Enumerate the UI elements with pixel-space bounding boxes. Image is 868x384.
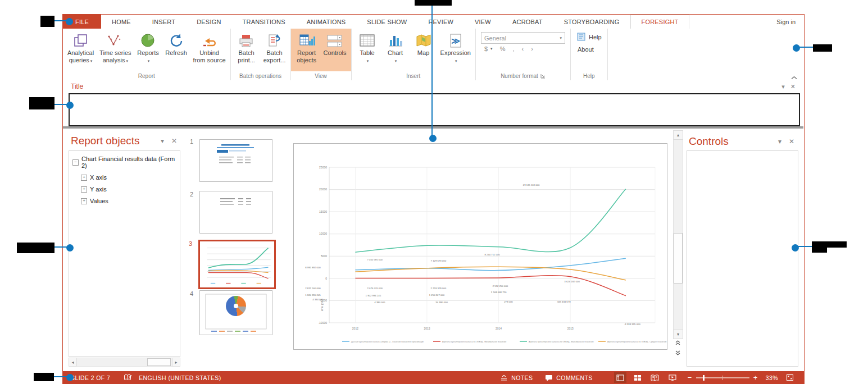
svg-text:2 592 250 000: 2 592 250 000 xyxy=(493,285,508,287)
ribbon-button-unbind-from-source[interactable]: Unbindfrom source xyxy=(190,30,229,64)
tree-node-root[interactable]: −Chart Financial results data (Form 2) xyxy=(72,156,176,169)
ribbon-button-refresh[interactable]: Refresh xyxy=(162,30,190,57)
svg-text:2 812 500 000: 2 812 500 000 xyxy=(305,287,321,290)
decrease-decimal-button[interactable]: ‹ xyxy=(521,45,524,52)
title-pane-close-icon[interactable]: ✕ xyxy=(790,83,796,90)
slide-number-indicator[interactable]: SLIDE 2 OF 7 xyxy=(71,374,110,381)
ribbon-group-number-format: General▾$▾%,‹›Number format xyxy=(476,29,571,80)
expand-node-icon[interactable]: + xyxy=(81,198,87,204)
zoom-slider-thumb[interactable] xyxy=(703,375,705,381)
tab-foresight[interactable]: FORESIGHT xyxy=(630,15,690,29)
ribbon-button-expression[interactable]: ≫Expression▾ xyxy=(438,30,474,64)
time-series-icon xyxy=(106,32,124,49)
vscroll-up-button[interactable]: ▴ xyxy=(673,130,683,140)
app-window: FILEHOMEINSERTDESIGNTRANSITIONSANIMATION… xyxy=(0,0,868,384)
number-format-combobox[interactable]: General▾ xyxy=(481,32,565,44)
title-text-box[interactable] xyxy=(69,93,800,126)
tree-node-label: X axis xyxy=(90,174,107,181)
slide-canvas[interactable]: 2500020000150001000050000-5000-100002012… xyxy=(293,143,667,350)
svg-text:29 135 118 000: 29 135 118 000 xyxy=(523,184,540,186)
ribbon-button-report-objects[interactable]: Reportobjects xyxy=(293,30,321,64)
ribbon-button-table[interactable]: Table▾ xyxy=(353,30,381,64)
ribbon-button-time-series-analysis[interactable]: Time seriesanalysis▾ xyxy=(97,30,134,64)
tab-design[interactable]: DESIGN xyxy=(186,15,231,29)
tab-animations[interactable]: ANIMATIONS xyxy=(296,15,357,29)
comma-format-button[interactable]: , xyxy=(512,45,514,52)
normal-view-button[interactable] xyxy=(614,372,626,383)
tree-node-y-axis[interactable]: +Y axis xyxy=(81,186,176,193)
title-pane-menu-icon[interactable]: ▾ xyxy=(781,83,785,90)
tab-slide-show[interactable]: SLIDE SHOW xyxy=(356,15,417,29)
controls-pane-menu-icon[interactable]: ▾ xyxy=(778,138,781,145)
svg-text:1 508 668 720: 1 508 668 720 xyxy=(491,291,507,294)
help-button[interactable]: Help xyxy=(576,32,602,42)
notes-button[interactable]: NOTES xyxy=(500,374,533,381)
fit-slide-to-window-button[interactable] xyxy=(786,374,794,381)
language-indicator[interactable]: ENGLISH (UNITED STATES) xyxy=(139,374,221,381)
slide-thumbnail-3[interactable] xyxy=(198,240,276,289)
ribbon-button-controls[interactable]: Controls xyxy=(321,30,349,57)
zoom-in-button[interactable]: + xyxy=(753,373,758,382)
sign-in-link[interactable]: Sign in xyxy=(776,15,803,29)
slide-thumbnail-4[interactable] xyxy=(199,290,272,335)
tab-acrobat[interactable]: ACROBAT xyxy=(502,15,553,29)
double-chevron-up-icon xyxy=(675,340,680,345)
vscroll-thumb[interactable] xyxy=(674,233,683,284)
svg-text:20000: 20000 xyxy=(319,188,327,191)
hscroll-right-button[interactable]: ▸ xyxy=(172,358,180,367)
dialog-launcher-icon[interactable] xyxy=(540,74,546,79)
collapse-ribbon-button[interactable] xyxy=(791,72,797,82)
tab-home[interactable]: HOME xyxy=(101,15,142,29)
hscroll-thumb[interactable] xyxy=(147,358,171,366)
ribbon: Analyticalqueries▾Time seriesanalysis▾Re… xyxy=(63,29,803,81)
group-label-view: View xyxy=(291,71,351,80)
previous-slide-button[interactable] xyxy=(673,339,682,346)
report-objects-close-icon[interactable]: ✕ xyxy=(171,137,177,145)
tab-insert[interactable]: INSERT xyxy=(142,15,186,29)
tree-node-values[interactable]: +Values xyxy=(81,198,176,204)
vscroll-down-button[interactable]: ▾ xyxy=(673,330,683,339)
expand-node-icon[interactable]: + xyxy=(81,175,87,181)
zoom-slider[interactable] xyxy=(696,377,749,378)
percent-format-button[interactable]: % xyxy=(500,45,506,52)
reading-view-button[interactable] xyxy=(649,372,661,383)
hscroll-left-button[interactable]: ◂ xyxy=(69,358,77,367)
increase-decimal-button[interactable]: › xyxy=(531,45,533,52)
spell-check-button[interactable] xyxy=(124,374,132,381)
controls-pane-close-icon[interactable]: ✕ xyxy=(789,138,794,145)
tab-view[interactable]: VIEW xyxy=(464,15,502,29)
comments-button[interactable]: COMMENTS xyxy=(545,374,592,381)
ribbon-button-reports[interactable]: Reports▾ xyxy=(134,30,162,64)
tree-node-x-axis[interactable]: +X axis xyxy=(81,174,176,181)
about-button[interactable]: About xyxy=(576,46,594,53)
slide-thumbnail-number: 1 xyxy=(190,138,193,145)
callout-line xyxy=(798,47,813,48)
fit-to-window-icon xyxy=(786,374,794,381)
svg-text:Агрегаты бухгалтерского баланс: Агрегаты бухгалтерского баланса по ОКВЭД… xyxy=(529,341,594,343)
title-pane-label: Title xyxy=(71,83,83,90)
chevron-up-icon xyxy=(791,76,797,80)
tab-storyboarding[interactable]: STORYBOARDING xyxy=(553,15,630,29)
zoom-percentage[interactable]: 33% xyxy=(766,374,778,381)
collapse-node-icon[interactable]: − xyxy=(72,159,79,166)
report-objects-menu-icon[interactable]: ▾ xyxy=(161,137,164,145)
next-slide-button[interactable] xyxy=(673,349,682,356)
svg-text:4 380 000: 4 380 000 xyxy=(374,301,385,304)
ribbon-button-analytical-queries[interactable]: Analyticalqueries▾ xyxy=(65,30,97,64)
slide-thumbnail-1[interactable] xyxy=(199,139,272,182)
expand-node-icon[interactable]: + xyxy=(81,186,87,193)
ribbon-button-chart[interactable]: Chart▾ xyxy=(381,30,410,64)
callout-dot xyxy=(66,374,74,381)
ribbon-button-map[interactable]: Map xyxy=(410,30,438,57)
ribbon-button-batch-print[interactable]: Batchprint... xyxy=(233,30,261,64)
tab-transitions[interactable]: TRANSITIONS xyxy=(232,15,296,29)
svg-text:8 244 711 000: 8 244 711 000 xyxy=(484,253,500,256)
svg-text:2 259 329 000: 2 259 329 000 xyxy=(431,287,447,290)
zoom-out-button[interactable]: − xyxy=(688,373,692,382)
slide-thumbnail-2[interactable] xyxy=(199,191,272,234)
ribbon-button-batch-export[interactable]: Batchexport... xyxy=(261,30,289,64)
tab-review[interactable]: REVIEW xyxy=(417,15,464,29)
slide-sorter-view-button[interactable] xyxy=(631,372,644,383)
currency-format-button[interactable]: $ xyxy=(484,45,488,52)
slide-show-button[interactable] xyxy=(666,372,679,383)
